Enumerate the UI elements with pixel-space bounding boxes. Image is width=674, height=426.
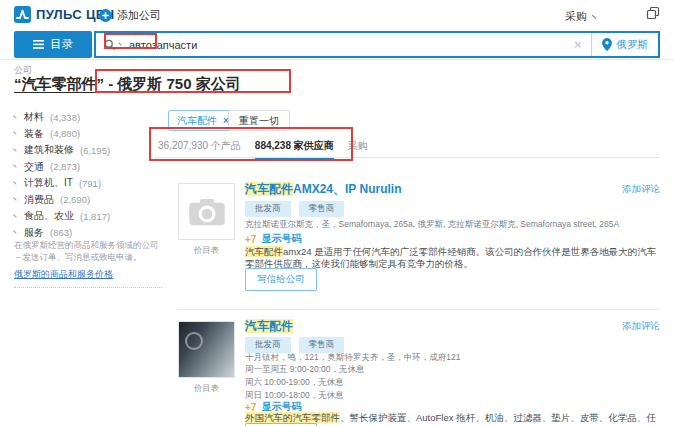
page-title-query: “汽车零部件” <box>14 75 104 92</box>
badge-retailer: 零售商 <box>299 337 345 353</box>
pricelist-link[interactable]: 价目表 <box>178 245 235 257</box>
chevron-down-icon <box>13 129 19 135</box>
chevron-down-icon <box>13 212 19 218</box>
filter-chip-label: 汽车配件 <box>177 114 217 128</box>
sidebar-item-computers-it[interactable]: 计算机、IT (791) <box>14 175 166 192</box>
page-title: “汽车零部件” - 俄罗斯 750 家公司 <box>14 75 241 94</box>
search-scope-selector[interactable] <box>96 39 129 51</box>
company-title-link[interactable]: 汽车配件AMX24、IP Nurulin <box>245 181 401 198</box>
working-hours-weekdays: 周一至周五 9:00-20:00，无休息 <box>245 364 365 376</box>
show-phone-link[interactable]: +7 显示号码 <box>245 232 301 246</box>
add-review-link[interactable]: 添加评论 <box>622 320 660 333</box>
chevron-down-icon <box>13 113 19 119</box>
chevron-down-icon <box>592 11 599 18</box>
chevron-down-icon <box>13 179 19 185</box>
phone-prefix: +7 <box>245 234 256 245</box>
catalog-label: 目录 <box>50 37 73 52</box>
sidebar-item-consumer-goods[interactable]: 消费品 (2,690) <box>14 192 166 209</box>
chevron-down-icon <box>13 195 19 201</box>
sidebar-prices-link[interactable]: 俄罗斯的商品和服务价格 <box>14 268 113 281</box>
catalog-button[interactable]: 目录 <box>14 31 92 58</box>
company-description: 汽车配件amx24 是适用于任何汽车的广泛零部件经销商。该公司的合作伙伴是世界各… <box>245 246 665 269</box>
company-badges: 批发商 零售商 <box>245 337 344 353</box>
procurement-dropdown[interactable]: 采购 <box>565 9 598 24</box>
search-input[interactable] <box>129 39 565 51</box>
category-sidebar: 材料 (4,338) 装备 (4,880) 建筑和装修 (6,195) 交通 (… <box>14 109 166 241</box>
company-badges: 批发商 零售商 <box>245 201 344 217</box>
location-picker[interactable]: 俄罗斯 <box>591 33 659 56</box>
badge-retailer: 零售商 <box>299 201 345 217</box>
sidebar-item-equipment[interactable]: 装备 (4,880) <box>14 126 166 143</box>
procurement-label: 采购 <box>565 9 587 24</box>
badge-wholesaler: 批发商 <box>245 337 291 353</box>
page: ПУЛЬС ЦЕН 添加公司 采购 目录 <box>0 0 674 426</box>
search-bar: × 俄罗斯 <box>94 31 660 58</box>
menu-icon <box>33 40 44 49</box>
working-hours-saturday: 周六 10:00-19:00，无休息 <box>245 377 344 389</box>
header-divider <box>0 59 674 60</box>
add-review-link[interactable]: 添加评论 <box>622 183 660 196</box>
company-title-rest: AMX24、IP Nurulin <box>293 182 401 196</box>
chevron-down-icon <box>13 146 19 152</box>
description-rest: amx24 是适用于任何汽车的广泛零部件经销商。该公司的合作伙伴是世界各地最大的… <box>245 246 656 269</box>
description-highlight: 外国汽车的汽车零部件 <box>245 412 340 423</box>
logo-icon <box>14 6 31 23</box>
add-company-label: 添加公司 <box>117 8 161 23</box>
windows-copy-icon[interactable] <box>646 6 660 24</box>
company-title-highlight: 汽车配件 <box>245 182 293 196</box>
sidebar-item-materials[interactable]: 材料 (4,338) <box>14 109 166 126</box>
plus-icon <box>99 9 112 22</box>
description-highlight: 汽车配件 <box>245 246 283 257</box>
company-address: 克拉斯诺亚尔斯克，圣，Semafornaya, 265a, 俄罗斯, 克拉斯诺亚… <box>245 219 619 231</box>
page-title-suffix: - 俄罗斯 750 家公司 <box>104 75 241 92</box>
company-thumbnail-placeholder[interactable] <box>178 183 235 240</box>
reset-all-button[interactable]: 重置一切 <box>228 110 290 131</box>
search-icon <box>104 39 116 51</box>
pricelist-link[interactable]: 价目表 <box>178 383 235 395</box>
company-title-highlight: 汽车配件 <box>245 319 293 333</box>
company-photo <box>179 322 234 377</box>
company-address: 十月镇村，鸣，121，奥斯特罗夫齐，圣，中环，成府121 <box>245 352 460 364</box>
camera-icon <box>188 198 226 226</box>
sidebar-dotted-divider <box>14 287 162 288</box>
chevron-down-icon <box>13 162 19 168</box>
clear-search-icon[interactable]: × <box>565 37 591 52</box>
company-thumbnail-photo[interactable] <box>178 321 235 378</box>
chevron-down-icon <box>118 40 124 46</box>
company-title-link[interactable]: 汽车配件 <box>245 318 293 335</box>
sidebar-item-transport[interactable]: 交通 (2,873) <box>14 159 166 176</box>
phone-prefix: +7 <box>245 402 256 413</box>
write-company-button[interactable]: 写信给公司 <box>245 268 317 291</box>
sidebar-item-construction[interactable]: 建筑和装修 (6,195) <box>14 142 166 159</box>
sidebar-item-food-agriculture[interactable]: 食品、农业 (1,817) <box>14 208 166 225</box>
show-phone-label: 显示号码 <box>261 232 301 246</box>
card-divider <box>178 309 660 310</box>
sidebar-note: 在俄罗斯经营的商品和服务领域的公司－发送订单、写消息或致电申请。 <box>14 239 166 263</box>
add-company-button[interactable]: 添加公司 <box>99 8 161 23</box>
badge-wholesaler: 批发商 <box>245 201 291 217</box>
tabs-divider <box>155 157 660 158</box>
chevron-down-icon <box>13 228 19 234</box>
location-pin-icon <box>602 38 612 51</box>
location-label: 俄罗斯 <box>617 38 649 52</box>
